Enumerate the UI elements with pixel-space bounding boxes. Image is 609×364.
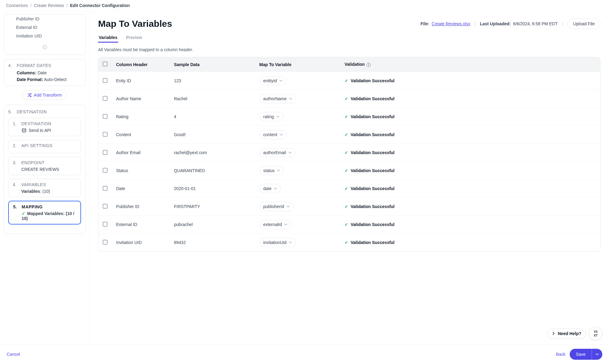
- sidebar-item-variables[interactable]: 4. VARIABLES Variables: (10): [8, 179, 81, 197]
- check-icon: ✓: [345, 78, 348, 83]
- check-icon: ✓: [345, 96, 348, 101]
- validation-status: ✓Validation Successful: [345, 186, 596, 191]
- map-variable-select[interactable]: content: [259, 130, 287, 139]
- file-label: File:: [420, 21, 429, 26]
- cell-sample-data: 123: [170, 72, 255, 90]
- cell-column-header: Author Email: [112, 143, 170, 161]
- map-variable-select[interactable]: authorName: [259, 94, 296, 103]
- mapping-table: Column Header Sample Data Map To Variabl…: [98, 57, 600, 252]
- validation-status: ✓Validation Successful: [345, 204, 596, 209]
- sidebar-column-item: Invitation UID: [16, 32, 81, 40]
- tabs: Variables Preview: [98, 33, 600, 43]
- save-dropdown-button[interactable]: [592, 349, 602, 360]
- cell-sample-data: 89432: [170, 233, 255, 251]
- row-checkbox[interactable]: [103, 78, 108, 83]
- upload-file-button[interactable]: Upload File: [567, 19, 600, 29]
- main-content: Map To Variables File: Create Reviews.xl…: [90, 11, 609, 344]
- validation-status: ✓Validation Successful: [345, 114, 596, 119]
- th-validation: Validationi: [340, 57, 600, 72]
- chevron-down-icon: [274, 187, 277, 190]
- validation-status: ✓Validation Successful: [345, 150, 596, 155]
- select-all-checkbox[interactable]: [103, 62, 108, 66]
- map-variable-select[interactable]: status: [259, 166, 284, 175]
- cancel-button[interactable]: Cancel: [7, 352, 20, 357]
- check-icon: ✓: [345, 132, 348, 137]
- tab-preview[interactable]: Preview: [125, 33, 143, 42]
- validation-status: ✓Validation Successful: [345, 96, 596, 101]
- row-checkbox[interactable]: [103, 168, 108, 173]
- breadcrumb: Connectors / Create Reviews / Edit Conne…: [0, 0, 609, 11]
- th-sample-data: Sample Data: [170, 57, 255, 72]
- th-map-variable: Map To Variable: [255, 57, 340, 72]
- shuffle-icon: [27, 93, 32, 97]
- back-button[interactable]: Back: [556, 352, 565, 357]
- cell-sample-data: pubrachel: [170, 215, 255, 233]
- chevron-down-icon: [279, 79, 282, 82]
- check-icon: ✓: [345, 186, 348, 191]
- row-checkbox[interactable]: [103, 222, 108, 227]
- breadcrumb-current: Edit Connector Configuration: [70, 3, 130, 8]
- chevron-down-icon: [277, 169, 280, 172]
- row-checkbox[interactable]: [103, 204, 108, 209]
- table-row: Author Email rachel@yext.com authorEmail…: [98, 143, 600, 161]
- table-row: Enity ID 123 entityId ✓Validation Succes…: [98, 72, 600, 90]
- sidebar-step-format-dates[interactable]: 4. FORMAT DATES Columns: Date Date Forma…: [4, 59, 86, 86]
- last-uploaded-label: Last Uploaded:: [480, 21, 511, 26]
- tab-variables[interactable]: Variables: [98, 33, 118, 43]
- map-variable-select[interactable]: publisherId: [259, 202, 294, 211]
- map-variable-select[interactable]: rating: [259, 112, 283, 121]
- save-button[interactable]: Save: [570, 349, 592, 360]
- need-help-button[interactable]: Need Help?: [547, 328, 586, 339]
- map-variable-select[interactable]: externalId: [259, 220, 291, 229]
- check-icon: ✓: [345, 240, 348, 245]
- cell-sample-data: QUARANTINED: [170, 161, 255, 179]
- map-variable-select[interactable]: authorEmail: [259, 148, 296, 157]
- row-checkbox[interactable]: [103, 114, 108, 119]
- chevron-down-icon: [289, 151, 292, 154]
- table-row: Invitation UID 89432 invitationUid ✓Vali…: [98, 233, 600, 251]
- cell-column-header: Invitation UID: [112, 233, 170, 251]
- table-row: Status QUARANTINED status ✓Validation Su…: [98, 161, 600, 179]
- validation-status: ✓Validation Successful: [345, 168, 596, 173]
- cell-sample-data: 2020-01-01: [170, 179, 255, 197]
- sidebar-columns-panel[interactable]: Publisher ID External ID Invitation UID: [4, 14, 86, 55]
- validation-status: ✓Validation Successful: [345, 78, 596, 83]
- sidebar-item-destination[interactable]: 1. DESTINATION Send to API: [8, 118, 81, 136]
- cell-column-header: Status: [112, 161, 170, 179]
- cell-column-header: Date: [112, 179, 170, 197]
- row-checkbox[interactable]: [103, 240, 108, 245]
- map-variable-select[interactable]: date: [259, 184, 281, 193]
- add-column-icon[interactable]: [4, 44, 85, 55]
- row-checkbox[interactable]: [103, 186, 108, 191]
- sidebar-column-item: External ID: [16, 23, 81, 32]
- row-checkbox[interactable]: [103, 150, 108, 155]
- cell-column-header: Rating: [112, 108, 170, 125]
- row-checkbox[interactable]: [103, 132, 108, 137]
- cell-sample-data: Good!: [170, 125, 255, 143]
- breadcrumb-level-1[interactable]: Connectors: [6, 3, 28, 8]
- chevron-down-icon: [284, 223, 287, 226]
- chevron-down-icon: [596, 353, 599, 356]
- check-icon: ✓: [345, 222, 348, 227]
- map-variable-select[interactable]: entityId: [259, 76, 286, 85]
- mapping-hint: All Variables must be mapped to a column…: [98, 47, 600, 52]
- last-uploaded-value: 6/6/2024, 6:58 PM EDT: [513, 21, 558, 26]
- map-variable-select[interactable]: invitationUid: [259, 238, 296, 247]
- chevron-right-icon: [552, 332, 555, 335]
- add-transform-button[interactable]: Add Transform: [22, 90, 67, 100]
- info-icon[interactable]: i: [366, 63, 371, 67]
- footer-bar: Cancel Back Save: [0, 344, 609, 364]
- breadcrumb-level-2[interactable]: Create Reviews: [34, 3, 64, 8]
- cell-column-header: External ID: [112, 215, 170, 233]
- sidebar: Publisher ID External ID Invitation UID …: [0, 11, 90, 344]
- cell-sample-data: FIRSTPARTY: [170, 197, 255, 215]
- check-icon: ✓: [345, 168, 348, 173]
- sidebar-item-api-settings[interactable]: 2. API SETTINGS: [8, 140, 81, 153]
- row-checkbox[interactable]: [103, 96, 108, 101]
- sidebar-item-mapping[interactable]: 5. MAPPING ✓Mapped Variables: (10 / 10): [8, 201, 81, 224]
- yext-logo-button[interactable]: Y0XT: [589, 327, 602, 340]
- chevron-down-icon: [280, 133, 283, 136]
- sidebar-item-endpoint[interactable]: 3. ENDPOINT CREATE REVIEWS: [8, 157, 81, 175]
- chevron-down-icon: [276, 115, 279, 118]
- file-link[interactable]: Create Reviews.xlsx: [432, 21, 470, 26]
